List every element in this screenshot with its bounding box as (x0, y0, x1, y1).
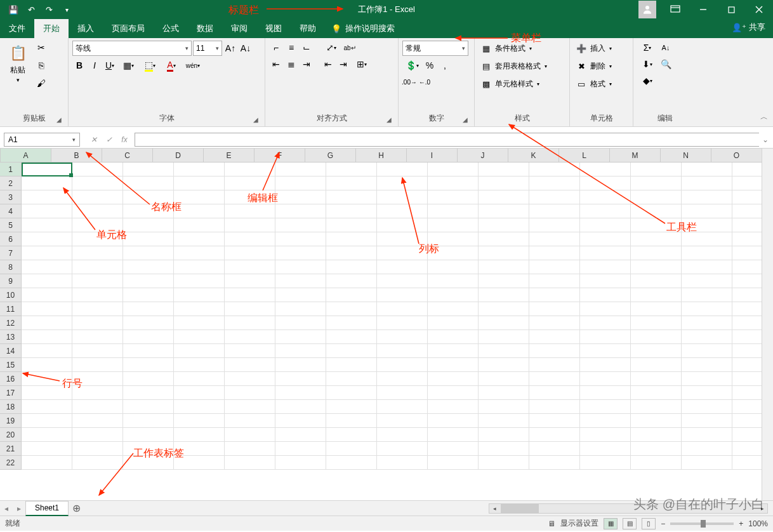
cell[interactable] (580, 288, 631, 302)
cell[interactable] (326, 190, 377, 204)
cell[interactable] (72, 400, 123, 414)
dialog-launcher-icon[interactable]: ◢ (55, 116, 63, 124)
cell[interactable] (326, 372, 377, 386)
cell[interactable] (22, 232, 72, 246)
cell[interactable] (72, 274, 123, 288)
copy-button[interactable]: ⎘ (34, 58, 48, 72)
cell[interactable] (631, 358, 682, 372)
cell[interactable] (326, 288, 377, 302)
cell[interactable] (479, 163, 529, 176)
cell[interactable] (225, 190, 275, 204)
cell[interactable] (123, 358, 174, 372)
row-header[interactable]: 9 (0, 274, 22, 288)
cell[interactable] (326, 456, 377, 470)
column-header[interactable]: J (458, 149, 508, 163)
row-header[interactable]: 14 (0, 344, 22, 358)
column-header[interactable]: L (559, 149, 610, 163)
cell[interactable] (529, 288, 580, 302)
cell[interactable] (682, 316, 732, 330)
cell[interactable] (275, 414, 326, 428)
cell[interactable] (631, 218, 682, 232)
cell[interactable] (123, 400, 174, 414)
maximize-button[interactable] (717, 0, 745, 19)
undo-icon[interactable]: ↶ (24, 3, 38, 17)
cell[interactable] (428, 246, 479, 260)
cell[interactable] (275, 274, 326, 288)
cell[interactable] (428, 428, 479, 442)
decrease-font-button[interactable]: A↓ (239, 41, 253, 55)
cell[interactable] (22, 386, 72, 400)
scroll-left-icon[interactable]: ◂ (489, 505, 499, 512)
cell[interactable] (631, 260, 682, 274)
cell[interactable] (72, 414, 123, 428)
cell[interactable] (529, 274, 580, 288)
cell[interactable] (123, 232, 174, 246)
add-sheet-button[interactable]: ⊕ (69, 502, 84, 514)
cut-button[interactable]: ✂ (34, 41, 48, 55)
cell[interactable] (377, 428, 428, 442)
cell[interactable] (174, 386, 225, 400)
cell[interactable] (631, 316, 682, 330)
cell[interactable] (22, 372, 72, 386)
cell[interactable] (479, 442, 529, 456)
column-header[interactable]: E (204, 149, 254, 163)
cell[interactable] (225, 204, 275, 218)
fill-button[interactable]: ⬇▾ (637, 57, 657, 71)
cell[interactable] (326, 442, 377, 456)
cell[interactable] (72, 358, 123, 372)
cell[interactable] (326, 302, 377, 316)
cell[interactable] (326, 274, 377, 288)
cell[interactable] (732, 442, 762, 456)
wrap-text-button[interactable]: ab↵ (343, 41, 357, 55)
cell[interactable] (326, 344, 377, 358)
cell[interactable] (529, 204, 580, 218)
save-icon[interactable]: 💾 (6, 3, 20, 17)
cell[interactable] (631, 442, 682, 456)
cell[interactable] (529, 344, 580, 358)
cell[interactable] (123, 414, 174, 428)
cell[interactable] (225, 274, 275, 288)
cell[interactable] (275, 358, 326, 372)
cell[interactable] (682, 442, 732, 456)
cell[interactable] (580, 204, 631, 218)
sheet-tab[interactable]: Sheet1 (25, 501, 69, 516)
cell[interactable] (72, 218, 123, 232)
percent-button[interactable]: % (423, 58, 437, 72)
cell[interactable] (682, 260, 732, 274)
dialog-launcher-icon[interactable]: ◢ (385, 116, 393, 124)
cell[interactable] (529, 456, 580, 470)
cell[interactable] (377, 163, 428, 176)
cell[interactable] (326, 232, 377, 246)
cell[interactable] (174, 330, 225, 344)
increase-indent-button[interactable]: ⇥ (336, 57, 350, 71)
cell[interactable] (22, 163, 72, 176)
cell[interactable] (225, 302, 275, 316)
cell[interactable] (428, 400, 479, 414)
cell[interactable] (682, 372, 732, 386)
cell[interactable] (682, 456, 732, 470)
cell[interactable] (22, 442, 72, 456)
align-bottom-button[interactable]: ⌙ (300, 41, 314, 55)
row-header[interactable]: 22 (0, 456, 22, 470)
tab-layout[interactable]: 页面布局 (103, 19, 154, 38)
orientation-button[interactable]: ⤢▾ (321, 41, 341, 55)
cell[interactable] (529, 176, 580, 190)
cell[interactable] (72, 316, 123, 330)
cell[interactable] (529, 372, 580, 386)
number-format-combo[interactable]: 常规▾ (402, 41, 468, 56)
cancel-formula-icon[interactable]: ✕ (88, 135, 100, 144)
cell[interactable] (580, 302, 631, 316)
cell[interactable] (428, 456, 479, 470)
cell[interactable] (174, 358, 225, 372)
cell[interactable] (479, 344, 529, 358)
cell[interactable] (631, 344, 682, 358)
tell-me-search[interactable]: 💡 操作说明搜索 (325, 19, 401, 38)
zoom-in-button[interactable]: + (739, 519, 743, 528)
cell[interactable] (377, 204, 428, 218)
cell[interactable] (22, 316, 72, 330)
cell[interactable] (174, 372, 225, 386)
cell[interactable] (326, 414, 377, 428)
column-header[interactable]: A (1, 149, 51, 163)
cell[interactable] (377, 330, 428, 344)
cell[interactable] (682, 302, 732, 316)
